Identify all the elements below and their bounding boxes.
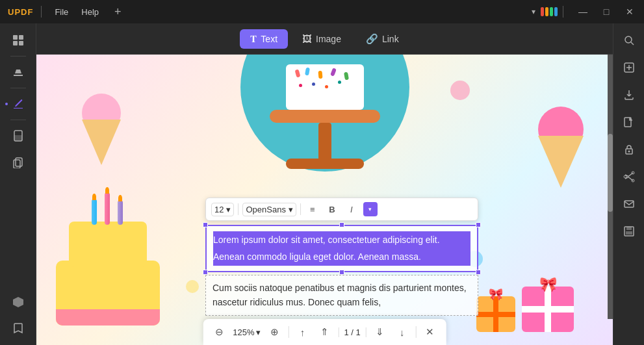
- deco-circle-1: [450, 81, 470, 100]
- gift-1-bow: 🎀: [539, 276, 557, 293]
- tab-text-label: Text: [261, 34, 277, 44]
- nav-next-button[interactable]: ⇓: [372, 324, 389, 340]
- sidebar-icon-edit[interactable]: [6, 92, 30, 116]
- sprinkle-1: [294, 69, 300, 77]
- right-sidebar: [613, 23, 644, 345]
- cake-tier1-stripe: [56, 309, 160, 326]
- maximize-button[interactable]: □: [600, 6, 613, 17]
- text-box-container[interactable]: Lorem ipsum dolor sit amet, consectetuer…: [205, 225, 478, 272]
- cake-pedestal: [270, 110, 380, 123]
- sidebar-icon-highlight[interactable]: [6, 60, 30, 84]
- svg-rect-1: [19, 35, 23, 40]
- brand-bar-red: [541, 7, 544, 16]
- dot-1: [299, 84, 302, 87]
- candle-1: [92, 199, 97, 225]
- font-family-arrow: ▾: [289, 205, 293, 214]
- format-toolbar: 12 ▾ OpenSans ▾ ≡ B: [205, 198, 478, 221]
- svg-rect-20: [626, 231, 632, 235]
- sidebar-icon-copy[interactable]: [6, 150, 30, 173]
- handle-tl[interactable]: [203, 222, 208, 227]
- font-size-select[interactable]: 12 ▾: [211, 203, 234, 216]
- text-box-body[interactable]: Cum sociis natoque penatibus et magnis d…: [205, 275, 478, 316]
- page-display: 1 / 1: [338, 327, 366, 337]
- titlebar-divider-1: [41, 6, 42, 18]
- zoom-dropdown-icon[interactable]: ▾: [256, 327, 261, 337]
- handle-tm[interactable]: [339, 222, 344, 227]
- nav-prev-button[interactable]: ⇑: [316, 324, 333, 340]
- gift-2-bow: 🎀: [489, 287, 503, 301]
- nav-last-button[interactable]: ↓: [394, 324, 411, 340]
- ice-cream-right: [535, 107, 587, 211]
- right-icon-download-file[interactable]: [617, 110, 641, 134]
- selected-text-line2[interactable]: Aenean commodo ligula eget dolor. Aenean…: [213, 248, 470, 265]
- color-picker-button[interactable]: ▾: [363, 202, 378, 216]
- tab-text[interactable]: 𝐓 Text: [240, 29, 288, 49]
- bold-label: B: [329, 205, 335, 214]
- sidebar-icon-layers[interactable]: [6, 290, 30, 314]
- titlebar-menu: File Help: [49, 6, 104, 18]
- svg-point-8: [625, 36, 632, 43]
- candle-2: [105, 192, 110, 225]
- sprinkle-4: [330, 68, 337, 76]
- close-button[interactable]: ✕: [623, 6, 636, 17]
- menu-help[interactable]: Help: [76, 6, 104, 18]
- zoom-in-button[interactable]: ⊕: [266, 324, 283, 340]
- sidebar-divider-1: [10, 56, 26, 57]
- bold-button[interactable]: B: [324, 201, 340, 217]
- text-box-selected[interactable]: Lorem ipsum dolor sit amet, consectetuer…: [205, 225, 478, 272]
- tab-link[interactable]: 🔗 Link: [355, 29, 409, 49]
- nav-last-icon: ↓: [400, 327, 405, 338]
- zoom-display: 125% ▾: [233, 327, 261, 337]
- svg-rect-0: [13, 35, 18, 40]
- svg-rect-6: [16, 158, 22, 166]
- flame-2: [105, 187, 109, 194]
- right-icon-lock[interactable]: [617, 138, 641, 161]
- nav-first-icon: ↑: [300, 327, 305, 338]
- handle-bl[interactable]: [203, 270, 208, 275]
- right-icon-save[interactable]: [617, 220, 641, 243]
- ice-cream-cone-left: [82, 120, 121, 165]
- handle-bm[interactable]: [339, 270, 344, 275]
- right-icon-mail[interactable]: [617, 192, 641, 216]
- bottom-divider-2: [416, 326, 417, 338]
- gift-2-ribbon-h: [476, 312, 515, 317]
- sidebar-icon-bookmark[interactable]: [6, 316, 30, 340]
- align-button[interactable]: ≡: [305, 201, 320, 217]
- right-icon-convert[interactable]: [617, 56, 641, 79]
- zoom-out-button[interactable]: ⊖: [211, 324, 227, 340]
- italic-button[interactable]: I: [344, 201, 359, 217]
- text-tab-icon: 𝐓: [250, 33, 257, 45]
- flame-3: [118, 195, 122, 201]
- menu-file[interactable]: File: [49, 6, 73, 18]
- svg-point-13: [628, 151, 630, 153]
- expand-icon[interactable]: ▾: [532, 7, 535, 16]
- right-icon-search[interactable]: [617, 29, 641, 52]
- document-canvas[interactable]: 🎀 🎀 12 ▾: [36, 55, 613, 345]
- gift-1: 🎀: [522, 287, 574, 332]
- zoom-level: 125%: [233, 327, 254, 337]
- sidebar-icon-pages[interactable]: [6, 124, 30, 147]
- zoom-out-icon: ⊖: [215, 326, 224, 338]
- tab-image[interactable]: 🖼 Image: [292, 29, 352, 48]
- text-editor-overlay[interactable]: 12 ▾ OpenSans ▾ ≡ B: [205, 198, 478, 316]
- svg-rect-3: [19, 41, 23, 45]
- right-icon-download-pdf[interactable]: [617, 83, 641, 107]
- selected-text-line1[interactable]: Lorem ipsum dolor sit amet, consectetuer…: [213, 231, 470, 248]
- new-tab-button[interactable]: +: [114, 5, 122, 19]
- handle-tr[interactable]: [476, 222, 481, 227]
- brand-bar-blue: [554, 7, 558, 16]
- scroll-thumb[interactable]: [608, 134, 613, 212]
- svg-rect-7: [14, 160, 20, 168]
- close-bar-button[interactable]: ✕: [422, 324, 439, 340]
- handle-br[interactable]: [476, 270, 481, 275]
- cake-tier2: [69, 222, 147, 267]
- minimize-button[interactable]: —: [576, 6, 589, 17]
- font-family-select[interactable]: OpenSans ▾: [242, 203, 296, 216]
- right-icon-share[interactable]: [617, 165, 641, 188]
- bottom-divider-1: [288, 326, 289, 338]
- window-controls: — □ ✕: [576, 6, 636, 17]
- birthday-cake: [49, 209, 166, 326]
- scroll-track[interactable]: [608, 55, 613, 319]
- nav-first-button[interactable]: ↑: [294, 324, 311, 340]
- sidebar-icon-thumbnail[interactable]: [6, 29, 30, 52]
